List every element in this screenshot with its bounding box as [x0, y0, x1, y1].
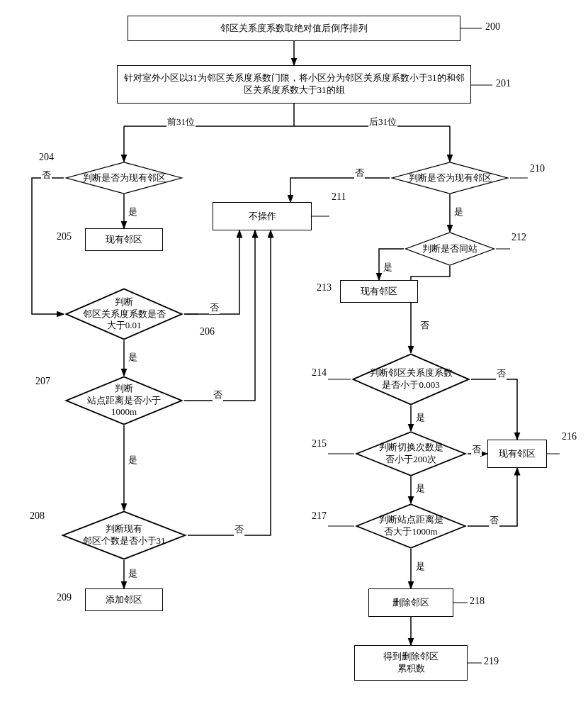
- ref-207: 207: [35, 376, 50, 387]
- label-204-no: 否: [41, 169, 52, 182]
- node-217-text: 判断站点距离是 否大于1000m: [372, 514, 451, 538]
- label-208-no: 否: [234, 523, 244, 536]
- label-204-yes: 是: [128, 206, 138, 218]
- node-204: 判断是否为现有邻区: [64, 162, 184, 194]
- ref-217: 217: [312, 510, 327, 522]
- node-209: 添加邻区: [85, 588, 163, 611]
- node-218-text: 删除邻区: [392, 597, 429, 609]
- node-218: 删除邻区: [368, 588, 453, 617]
- node-200-text: 邻区关系度系数取绝对值后倒序排列: [220, 23, 368, 35]
- node-211: 不操作: [213, 202, 312, 230]
- ref-201: 201: [496, 78, 511, 89]
- node-205: 现有邻区: [85, 228, 163, 251]
- label-212-no: 否: [419, 319, 430, 332]
- node-201: 针对室外小区以31为邻区关系度系数门限，将小区分为邻区关系度系数小于31的和邻区…: [117, 65, 471, 104]
- node-216: 现有邻区: [487, 440, 547, 468]
- ref-218: 218: [470, 596, 485, 607]
- node-214: 判断邻区关系度系数 是否小于0.003: [351, 353, 471, 406]
- node-215: 判断切换次数是 否小于200次: [354, 431, 468, 476]
- node-204-text: 判断是否为现有邻区: [76, 172, 173, 184]
- label-206-yes: 是: [128, 351, 138, 364]
- ref-204: 204: [39, 152, 54, 163]
- label-215-no: 否: [471, 443, 482, 456]
- ref-200: 200: [485, 21, 500, 33]
- label-208-yes: 是: [128, 567, 138, 580]
- ref-216: 216: [562, 431, 577, 442]
- label-front31: 前31位: [166, 116, 196, 128]
- node-216-text: 现有邻区: [499, 448, 536, 460]
- node-212: 判断是否同站: [404, 232, 496, 266]
- node-201-text: 针对室外小区以31为邻区关系度系数门限，将小区分为邻区关系度系数小于31的和邻区…: [123, 72, 465, 96]
- node-206: 判断 邻区关系度系数是否 大于0.01: [64, 288, 184, 340]
- label-210-yes: 是: [453, 206, 464, 218]
- node-208: 判断现有 邻区个数是否小于31: [60, 510, 188, 560]
- ref-215: 215: [312, 438, 327, 450]
- node-212-text: 判断是否同站: [415, 243, 485, 255]
- node-211-text: 不操作: [249, 211, 276, 223]
- ref-211: 211: [332, 191, 346, 203]
- ref-214: 214: [312, 367, 327, 379]
- label-215-yes: 是: [415, 482, 426, 495]
- ref-205: 205: [57, 231, 72, 242]
- node-214-text: 判断邻区关系度系数 是否小于0.003: [363, 367, 460, 391]
- ref-206: 206: [200, 326, 215, 337]
- label-212-yes: 是: [383, 261, 393, 274]
- node-207: 判断 站点距离是否小于 1000m: [64, 376, 184, 425]
- label-back31: 后31位: [368, 116, 397, 128]
- node-207-text: 判断 站点距离是否小于 1000m: [80, 383, 168, 419]
- node-215-text: 判断切换次数是 否小于200次: [372, 442, 451, 466]
- ref-213: 213: [317, 282, 332, 294]
- label-217-yes: 是: [415, 560, 426, 573]
- node-205-text: 现有邻区: [106, 234, 142, 246]
- node-219-text: 得到删除邻区 累积数: [383, 651, 439, 675]
- label-206-no: 否: [209, 301, 220, 314]
- node-219: 得到删除邻区 累积数: [354, 645, 468, 681]
- label-210-no: 否: [354, 167, 365, 179]
- node-209-text: 添加邻区: [106, 594, 142, 606]
- ref-208: 208: [30, 510, 45, 522]
- label-217-no: 否: [489, 514, 499, 527]
- node-210: 判断是否为现有邻区: [390, 162, 510, 194]
- node-200: 邻区关系度系数取绝对值后倒序排列: [128, 16, 460, 41]
- node-206-text: 判断 邻区关系度系数是否 大于0.01: [76, 296, 173, 333]
- label-214-no: 否: [496, 367, 507, 380]
- node-208-text: 判断现有 邻区个数是否小于31: [76, 523, 173, 547]
- label-207-no: 否: [213, 389, 223, 401]
- label-214-yes: 是: [415, 411, 426, 424]
- ref-210: 210: [530, 163, 545, 174]
- node-217: 判断站点距离是 否大于1000m: [354, 503, 468, 549]
- label-207-yes: 是: [128, 454, 138, 467]
- node-213-text: 现有邻区: [361, 286, 397, 298]
- ref-209: 209: [57, 592, 72, 603]
- ref-212: 212: [511, 232, 526, 243]
- node-210-text: 判断是否为现有邻区: [402, 172, 499, 184]
- node-213: 现有邻区: [340, 280, 418, 303]
- ref-219: 219: [484, 656, 499, 667]
